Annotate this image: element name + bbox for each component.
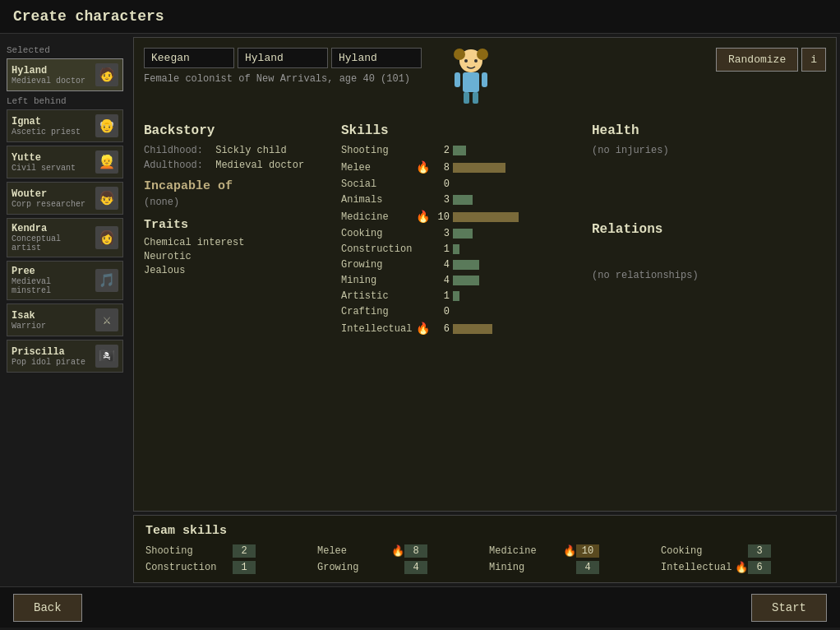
char-card-yutte[interactable]: Yutte Civil servant 👱 <box>7 146 123 178</box>
svg-point-1 <box>454 49 465 60</box>
char-role-wouter: Corp researcher <box>12 200 92 209</box>
team-skill-shooting: Shooting2 <box>145 544 309 558</box>
skill-row-mining: Mining4 <box>341 275 575 286</box>
char-card-ignat[interactable]: Ignat Ascetic priest 👴 <box>7 109 123 142</box>
skill-value-artistic: 1 <box>430 290 450 302</box>
team-skill-intellectual: Intellectual🔥6 <box>661 561 824 574</box>
char-card-kendra[interactable]: Kendra Conceptual artist 👩 <box>7 218 123 257</box>
skill-name-medicine: Medicine <box>341 211 415 223</box>
adulthood-label: Adulthood: <box>144 160 210 171</box>
skill-name-mining: Mining <box>341 275 415 286</box>
skill-value-intellectual: 6 <box>430 323 450 335</box>
skills-title: Skills <box>341 123 575 138</box>
team-skill-value-medicine: 10 <box>576 544 599 558</box>
skill-bar-intellectual <box>453 324 575 334</box>
team-skill-name-growing: Growing <box>317 562 391 573</box>
team-skill-passion-melee: 🔥 <box>391 544 404 558</box>
team-skill-name-shooting: Shooting <box>145 545 219 557</box>
char-card-priscilla[interactable]: Priscilla Pop idol pirate 🏴‍☠️ <box>7 340 123 373</box>
skill-value-crafting: 0 <box>430 306 450 317</box>
skill-row-social: Social0 <box>341 178 575 190</box>
team-skill-name-melee: Melee <box>317 545 391 557</box>
skill-bar-social <box>453 179 575 189</box>
char-role-isak: Warrior <box>12 322 92 331</box>
skill-value-medicine: 10 <box>430 211 450 223</box>
char-role-kendra: Conceptual artist <box>12 234 92 252</box>
incapable-of-value: (none) <box>144 197 325 208</box>
team-skill-value-mining: 4 <box>576 561 599 574</box>
info-button[interactable]: i <box>801 48 826 72</box>
skill-name-artistic: Artistic <box>341 290 415 302</box>
childhood-value: Sickly child <box>215 145 286 156</box>
skill-bar-medicine <box>453 212 575 222</box>
char-name-isak: Isak <box>12 310 92 322</box>
skill-name-shooting: Shooting <box>341 145 415 156</box>
selected-char-name: Hyland <box>12 65 92 76</box>
randomize-button[interactable]: Randomize <box>716 48 798 72</box>
skill-name-animals: Animals <box>341 194 415 206</box>
skill-row-shooting: Shooting2 <box>341 145 575 156</box>
team-skill-medicine: Medicine🔥10 <box>489 544 653 558</box>
skill-passion-intellectual: 🔥 <box>415 322 430 336</box>
skill-row-crafting: Crafting0 <box>341 306 575 317</box>
team-skills-panel: Team skills Shooting2Melee🔥8Medicine🔥10C… <box>133 515 837 583</box>
skill-bar-construction <box>453 244 575 254</box>
content-panel: Female colonist of New Arrivals, age 40 … <box>133 37 837 512</box>
char-card-pree[interactable]: Pree Medieval minstrel 🎵 <box>7 261 123 300</box>
skill-value-cooking: 3 <box>430 228 450 239</box>
char-card-isak[interactable]: Isak Warrior ⚔️ <box>7 303 123 336</box>
char-role-ignat: Ascetic priest <box>12 127 92 137</box>
char-name-pree: Pree <box>12 266 92 277</box>
last-name-input[interactable] <box>238 48 328 68</box>
char-role-priscilla: Pop idol pirate <box>12 358 92 367</box>
skill-name-melee: Melee <box>341 162 415 174</box>
svg-rect-6 <box>464 92 469 104</box>
svg-point-3 <box>464 59 468 63</box>
nickname-input[interactable] <box>331 48 422 68</box>
trait-jealous: Jealous <box>144 265 325 276</box>
team-skill-name-intellectual: Intellectual <box>661 562 735 573</box>
health-title: Health <box>592 123 826 138</box>
skill-value-animals: 3 <box>430 194 450 206</box>
selected-character-hyland[interactable]: Hyland Medieval doctor 🧑 <box>7 58 123 91</box>
char-avatar-wouter: 👦 <box>95 187 118 210</box>
skill-row-artistic: Artistic1 <box>341 290 575 302</box>
bottom-bar: Back Start <box>0 586 840 628</box>
title-bar: Create characters <box>0 0 840 34</box>
back-button[interactable]: Back <box>13 594 82 622</box>
char-card-wouter[interactable]: Wouter Corp researcher 👦 <box>7 182 123 215</box>
skill-name-cooking: Cooking <box>341 228 415 239</box>
left-behind-section-label: Left behind <box>7 96 123 106</box>
team-skill-value-construction: 1 <box>233 561 256 574</box>
skill-row-medicine: Medicine🔥10 <box>341 210 575 224</box>
svg-point-2 <box>477 49 488 60</box>
childhood-label: Childhood: <box>144 145 210 156</box>
character-description: Female colonist of New Arrivals, age 40 … <box>144 73 422 85</box>
skill-row-construction: Construction1 <box>341 243 575 255</box>
skill-name-growing: Growing <box>341 259 415 271</box>
svg-point-4 <box>474 59 478 63</box>
char-role-yutte: Civil servant <box>12 164 92 173</box>
skill-value-melee: 8 <box>430 162 450 174</box>
skill-name-construction: Construction <box>341 243 415 255</box>
team-skill-construction: Construction1 <box>145 561 309 574</box>
skill-value-construction: 1 <box>430 243 450 255</box>
char-avatar-isak: ⚔️ <box>95 308 118 331</box>
first-name-input[interactable] <box>144 48 234 68</box>
health-status: (no injuries) <box>592 145 826 156</box>
selected-char-role: Medieval doctor <box>12 76 92 86</box>
skill-passion-medicine: 🔥 <box>415 210 430 224</box>
selected-char-avatar: 🧑 <box>95 63 118 86</box>
team-skill-name-cooking: Cooking <box>661 545 735 557</box>
trait-chemical: Chemical interest <box>144 237 325 248</box>
start-button[interactable]: Start <box>751 594 827 622</box>
page-title: Create characters <box>13 8 827 25</box>
team-skill-melee: Melee🔥8 <box>317 544 481 558</box>
char-avatar-priscilla: 🏴‍☠️ <box>95 345 118 368</box>
skill-row-melee: Melee🔥8 <box>341 160 575 174</box>
team-skill-passion-medicine: 🔥 <box>563 544 576 558</box>
char-avatar-pree: 🎵 <box>95 269 118 292</box>
team-skill-value-growing: 4 <box>404 561 427 574</box>
team-skill-value-cooking: 3 <box>748 544 771 558</box>
svg-rect-7 <box>473 92 478 104</box>
